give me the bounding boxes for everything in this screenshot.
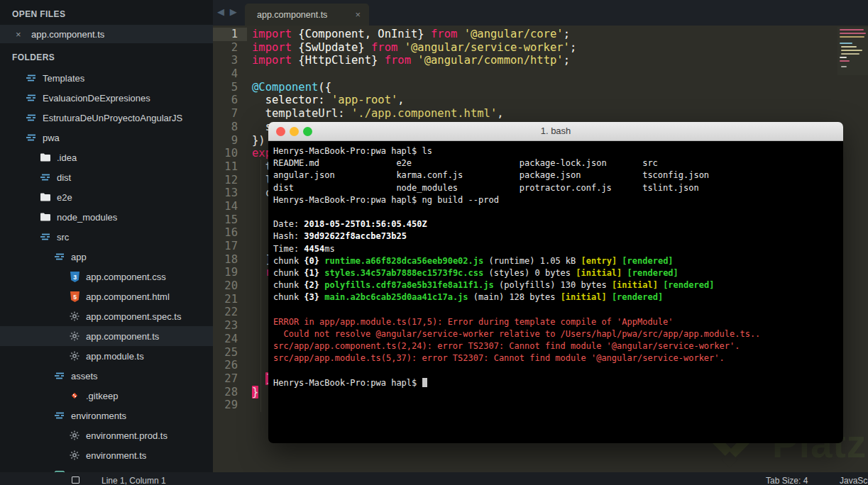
terminal-line: Henrys-MacBook-Pro:pwa hapl$ ng build --… bbox=[273, 194, 843, 206]
terminal-line: README.md e2e package-lock.json src bbox=[273, 157, 843, 169]
line-number: 20 bbox=[213, 279, 247, 293]
tree-item-favicon-ico[interactable]: favicon.ico bbox=[0, 465, 213, 472]
line-number: 8 bbox=[213, 121, 247, 134]
html5-icon: 5 bbox=[69, 291, 80, 302]
tree-item-assets[interactable]: assets bbox=[0, 366, 213, 386]
tree-item-app-module-ts[interactable]: app.module.ts bbox=[0, 346, 213, 366]
tree-item-estruturadeunproyectoangularjs[interactable]: EstruturaDeUnProyectoAngularJS bbox=[0, 108, 213, 128]
app-window: { "sidebar": { "open_files_header": "OPE… bbox=[0, 0, 868, 485]
line-number: 19 bbox=[213, 266, 247, 279]
line-number: 25 bbox=[213, 346, 247, 359]
code-text: import {Component, OnInit} from '@angula… bbox=[252, 28, 868, 41]
terminal-line bbox=[273, 303, 843, 316]
tree-item--idea[interactable]: .idea bbox=[0, 147, 213, 167]
close-file-icon[interactable]: × bbox=[16, 29, 27, 40]
tree-item-app[interactable]: app bbox=[0, 247, 213, 267]
vintage-mode-icon bbox=[72, 476, 79, 484]
cursor-position[interactable]: Line 1, Column 1 bbox=[101, 476, 166, 485]
tree-item-evaluaciondeexpresiones[interactable]: EvaluacionDeExpresiones bbox=[0, 88, 213, 108]
terminal-line bbox=[273, 364, 843, 377]
terminal-body[interactable]: Henrys-MacBook-Pro:pwa hapl$ lsREADME.md… bbox=[268, 141, 843, 443]
tree-item-label: e2e bbox=[57, 192, 72, 203]
tree-item-environment-prod-ts[interactable]: environment.prod.ts bbox=[0, 425, 213, 445]
terminal-line: src/app/app.component.ts(2,24): error TS… bbox=[273, 340, 843, 352]
open-file-row[interactable]: × app.component.ts bbox=[0, 25, 213, 43]
tree-item-label: dist bbox=[57, 172, 71, 183]
tree-item-e2e[interactable]: e2e bbox=[0, 187, 213, 207]
tree-item-app-component-html[interactable]: 5app.component.html bbox=[0, 286, 213, 306]
sidebar: OPEN FILES × app.component.ts FOLDERS Te… bbox=[0, 0, 213, 472]
terminal-cursor bbox=[422, 378, 427, 387]
git-icon bbox=[69, 391, 80, 401]
tree-item-app-component-css[interactable]: 3app.component.css bbox=[0, 267, 213, 286]
line-number: 9 bbox=[213, 134, 247, 147]
folder-icon bbox=[40, 153, 51, 162]
tree-item-node-modules[interactable]: node_modules bbox=[0, 207, 213, 227]
dash-icon bbox=[26, 133, 37, 142]
terminal-window[interactable]: 1. bash Henrys-MacBook-Pro:pwa hapl$ lsR… bbox=[268, 122, 843, 443]
tree-item-src[interactable]: src bbox=[0, 227, 213, 247]
terminal-line: chunk {2} polyfills.cdf87a8e5b31fe8a11f1… bbox=[273, 279, 843, 291]
line-number: 26 bbox=[213, 359, 247, 372]
terminal-line: ERROR in app/app.module.ts(17,5): Error … bbox=[273, 316, 843, 328]
terminal-line: Time: 4454ms bbox=[273, 243, 843, 255]
tree-item-label: environments bbox=[71, 411, 126, 421]
terminal-line: angular.json karma.conf.js package.json … bbox=[273, 169, 843, 182]
gear-icon bbox=[69, 450, 80, 460]
terminal-line: chunk {0} runtime.a66f828dca56eeb90e02.j… bbox=[273, 255, 843, 267]
minimap[interactable] bbox=[837, 27, 868, 75]
terminal-line: dist node_modules protractor.conf.js tsl… bbox=[273, 182, 843, 194]
dash-icon bbox=[54, 252, 65, 261]
line-number: 12 bbox=[213, 174, 247, 187]
status-bar: Line 1, Column 1 Tab Size: 4 JavaScript bbox=[0, 472, 868, 485]
gear-icon bbox=[69, 311, 80, 321]
line-number: 27 bbox=[213, 372, 247, 386]
tree-item-label: app.module.ts bbox=[86, 351, 144, 362]
line-number: 13 bbox=[213, 186, 247, 200]
folder-icon bbox=[40, 193, 51, 201]
dash-icon bbox=[26, 113, 37, 122]
syntax-indicator[interactable]: JavaScript bbox=[840, 476, 868, 485]
tree-item--gitkeep[interactable]: .gitkeep bbox=[0, 386, 213, 406]
gear-icon bbox=[69, 351, 80, 361]
tree-item-app-component-ts[interactable]: app.component.ts bbox=[0, 326, 213, 346]
code-text: import {HttpClient} from '@angular/commo… bbox=[252, 54, 868, 67]
dash-icon bbox=[26, 74, 37, 82]
tree-item-dist[interactable]: dist bbox=[0, 167, 213, 187]
nav-forward-icon[interactable]: ▶ bbox=[230, 6, 238, 17]
tree-item-label: Templates bbox=[43, 73, 84, 84]
tree-item-environments[interactable]: environments bbox=[0, 406, 213, 425]
tree-item-label: assets bbox=[71, 371, 98, 381]
tree-item-label: .gitkeep bbox=[86, 391, 119, 401]
tree-item-environment-ts[interactable]: environment.ts bbox=[0, 445, 213, 465]
tree-item-label: src bbox=[57, 232, 69, 242]
line-number: 29 bbox=[213, 398, 247, 412]
line-number: 15 bbox=[213, 213, 247, 227]
code-text: templateUrl: './app.component.html', bbox=[252, 107, 868, 121]
tree-item-templates[interactable]: Templates bbox=[0, 68, 213, 88]
tree-item-label: app.component.css bbox=[86, 272, 166, 282]
tree-item-label: environment.ts bbox=[86, 450, 146, 461]
dash-icon bbox=[26, 94, 37, 102]
tab-label: app.component.ts bbox=[257, 10, 327, 20]
dash-icon bbox=[40, 233, 51, 241]
tree-item-label: node_modules bbox=[57, 212, 117, 223]
terminal-titlebar[interactable]: 1. bash bbox=[268, 122, 843, 141]
dash-icon bbox=[40, 173, 51, 182]
terminal-line: Date: 2018-05-25T01:56:05.450Z bbox=[273, 218, 843, 230]
tree-item-pwa[interactable]: pwa bbox=[0, 128, 213, 147]
line-number: 10 bbox=[213, 147, 247, 160]
line-number: 11 bbox=[213, 160, 247, 174]
code-text: import {SwUpdate} from '@angular/service… bbox=[252, 41, 868, 55]
tab-size-indicator[interactable]: Tab Size: 4 bbox=[766, 476, 808, 485]
tree-item-app-component-spec-ts[interactable]: app.component.spec.ts bbox=[0, 306, 213, 326]
tab-close-icon[interactable]: × bbox=[355, 9, 361, 20]
tab-app-component-ts[interactable]: app.component.ts × bbox=[245, 4, 369, 26]
code-line-1: 1import {Component, OnInit} from '@angul… bbox=[213, 28, 868, 41]
open-file-label: app.component.ts bbox=[31, 29, 104, 40]
code-line-2: 2import {SwUpdate} from '@angular/servic… bbox=[213, 41, 868, 55]
nav-back-icon[interactable]: ◀ bbox=[217, 6, 226, 17]
terminal-line bbox=[273, 206, 843, 218]
open-files-header: OPEN FILES bbox=[0, 0, 213, 25]
dash-icon bbox=[54, 411, 65, 420]
